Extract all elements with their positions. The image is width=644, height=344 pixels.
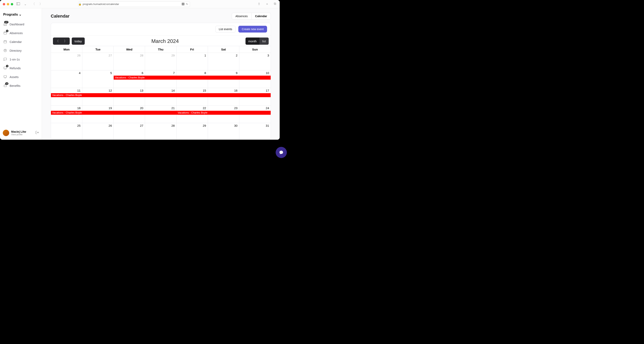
sidebar-item-dashboard[interactable]: 137Dashboard	[2, 20, 40, 28]
share-icon[interactable]: ⇧	[257, 1, 261, 6]
assets-icon	[3, 75, 7, 79]
svg-rect-13	[4, 76, 6, 77]
day-cell[interactable]: 4	[51, 70, 82, 88]
lock-icon: 🔒	[78, 2, 82, 5]
avatar[interactable]	[3, 130, 9, 136]
sidebar-item-label: Absences	[10, 31, 23, 35]
dow-header: Sat	[208, 46, 239, 53]
day-cell[interactable]: 1	[176, 53, 208, 70]
org-name: Prograils	[3, 12, 18, 16]
month-label: March 2024	[87, 38, 244, 44]
day-cell[interactable]: 28	[114, 53, 145, 70]
next-month-button[interactable]: 〉	[61, 37, 70, 45]
org-switcher[interactable]: Prograils ⌄	[2, 11, 40, 20]
reload-icon[interactable]: ↻	[186, 2, 188, 5]
chevron-down-icon[interactable]: ⌄	[23, 2, 27, 6]
view-month-button[interactable]: month	[246, 37, 260, 45]
sidebar-toggle-icon[interactable]	[16, 2, 21, 6]
page-tabs: Absences Calendar	[232, 13, 271, 19]
day-cell[interactable]: 27	[114, 123, 145, 139]
day-cell[interactable]: 3	[239, 53, 271, 70]
dow-header: Tue	[82, 46, 114, 53]
benefits-icon: 14	[3, 84, 7, 88]
event-bar[interactable]: Vacations - Charles Boyle	[51, 111, 176, 115]
prev-month-button[interactable]: 〈	[53, 37, 61, 45]
month-nav: 〈 〉	[53, 37, 70, 45]
minimize-icon[interactable]	[7, 3, 9, 5]
create-event-button[interactable]: Create new event	[238, 26, 267, 32]
nav-badge: 3	[6, 65, 8, 67]
svg-rect-6	[4, 41, 6, 43]
view-list-button[interactable]: list	[260, 37, 269, 45]
back-icon[interactable]: 〈	[31, 1, 36, 6]
sidebar: Prograils ⌄ 137Dashboard5AbsencesCalenda…	[0, 8, 42, 140]
url-bar[interactable]: 🔒 prograils.humadroid.io/calendar 🅰 ↻	[78, 1, 190, 7]
day-cell[interactable]: 31	[239, 123, 271, 139]
sidebar-item-directory[interactable]: Directory	[2, 46, 40, 54]
sidebar-item-1-on-1s[interactable]: 1-on-1s	[2, 55, 40, 63]
day-cell[interactable]: 5	[82, 70, 114, 88]
sidebar-item-calendar[interactable]: Calendar	[2, 38, 40, 46]
day-cell[interactable]: 26	[82, 123, 114, 139]
dow-header: Wed	[114, 46, 145, 53]
sidebar-item-label: Dashboard	[10, 22, 24, 26]
browser-chrome: ⌄ 〈 〉 🔒 prograils.humadroid.io/calendar …	[0, 0, 280, 8]
sidebar-item-label: Directory	[10, 49, 22, 52]
sidebar-item-benefits[interactable]: 14Benefits	[2, 82, 40, 90]
day-cell[interactable]: 29	[176, 123, 208, 139]
page-title: Calendar	[51, 13, 70, 19]
day-cell[interactable]: 27	[82, 53, 114, 70]
sidebar-item-label: 1-on-1s	[10, 58, 20, 61]
today-button[interactable]: today	[72, 37, 85, 45]
nav-badge: 137	[4, 21, 8, 23]
dow-header: Mon	[51, 46, 82, 53]
event-bar[interactable]: Vacations - Charles Boyle	[176, 111, 271, 115]
tab-calendar[interactable]: Calendar	[252, 13, 271, 19]
forward-icon[interactable]: 〉	[38, 1, 43, 6]
calendar-icon	[3, 40, 7, 44]
directory-icon	[3, 48, 7, 52]
dashboard-icon: 137	[3, 22, 7, 26]
calendar-card: List events Create new event 〈 〉 today M…	[51, 23, 271, 140]
day-cell[interactable]: 26	[51, 53, 82, 70]
chevron-down-icon: ⌄	[19, 12, 22, 16]
logout-icon[interactable]	[35, 131, 39, 135]
tab-absences[interactable]: Absences	[232, 13, 252, 19]
sidebar-item-label: Benefits	[10, 84, 20, 87]
day-cell[interactable]: 25	[51, 123, 82, 139]
dow-header: Sun	[239, 46, 271, 53]
new-tab-icon[interactable]: ＋	[265, 1, 270, 6]
svg-rect-2	[4, 32, 6, 34]
sidebar-item-refunds[interactable]: 3Refunds	[2, 64, 40, 72]
zoom-icon[interactable]	[11, 3, 13, 5]
absences-icon: 5	[3, 31, 7, 35]
day-cell[interactable]: 30	[208, 123, 239, 139]
view-switch: month list	[246, 37, 269, 45]
sidebar-item-assets[interactable]: Assets	[2, 73, 40, 81]
dow-header: Fri	[176, 46, 208, 53]
day-cell[interactable]: 29	[145, 53, 176, 70]
user-meta[interactable]: Maciej Litw View profile	[11, 130, 33, 136]
list-events-button[interactable]: List events	[215, 26, 236, 32]
translate-icon[interactable]: 🅰	[182, 2, 184, 5]
svg-point-11	[5, 50, 6, 51]
main: Calendar Absences Calendar List events C…	[42, 8, 280, 140]
sidebar-item-label: Calendar	[10, 40, 22, 43]
event-bar[interactable]: Vacations - Charles Boyle	[114, 76, 271, 80]
url-text: prograils.humadroid.io/calendar	[83, 2, 119, 5]
tabs-icon[interactable]: ⧉	[273, 1, 277, 6]
sidebar-item-absences[interactable]: 5Absences	[2, 29, 40, 37]
window-controls	[3, 3, 13, 5]
chat-fab[interactable]	[276, 147, 287, 158]
close-icon[interactable]	[3, 3, 5, 5]
nav-badge: 14	[5, 82, 8, 85]
user-sub: View profile	[11, 133, 33, 136]
day-cell[interactable]: 28	[145, 123, 176, 139]
event-bar[interactable]: Vacations - Charles Boyle	[51, 93, 271, 97]
svg-rect-0	[16, 2, 20, 5]
1-on-1s-icon	[3, 57, 7, 61]
sidebar-item-label: Assets	[10, 75, 18, 79]
user-name: Maciej Litw	[11, 130, 33, 133]
day-cell[interactable]: 2	[208, 53, 239, 70]
svg-rect-15	[4, 85, 6, 87]
